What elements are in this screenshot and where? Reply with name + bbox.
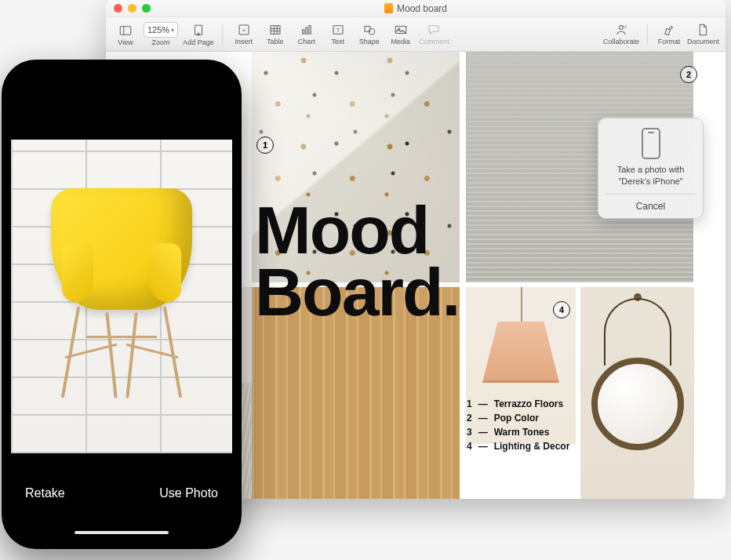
- media-icon: [392, 23, 409, 37]
- document-title: Mood board: [106, 3, 726, 14]
- document-label: Document: [687, 38, 719, 45]
- view-label: View: [118, 38, 133, 46]
- legend-row-3: 3— Warm Tones: [467, 425, 569, 439]
- insert-icon: ＝: [235, 23, 253, 37]
- iphone-screen: Retake Use Photo: [11, 69, 232, 540]
- format-button[interactable]: Format: [656, 23, 682, 45]
- iphone-device: Retake Use Photo: [2, 60, 242, 549]
- collaborate-label: Collaborate: [603, 38, 639, 45]
- use-photo-button[interactable]: Use Photo: [159, 486, 218, 500]
- zoom-label: Zoom: [152, 38, 170, 46]
- marker-1[interactable]: 1: [256, 136, 274, 154]
- chevron-down-icon: ▾: [171, 27, 174, 34]
- shape-label: Shape: [359, 38, 380, 45]
- home-indicator[interactable]: [75, 531, 169, 534]
- comment-label: Comment: [419, 38, 449, 45]
- insert-label: Insert: [235, 38, 253, 45]
- comment-icon: [425, 23, 442, 37]
- media-label: Media: [391, 38, 410, 45]
- legend: 1— Terrazzo Floors 2— Pop Color 3— Warm …: [467, 397, 569, 453]
- legend-row-4: 4— Lighting & Decor: [467, 439, 569, 453]
- add-page-label: Add Page: [183, 38, 214, 46]
- toolbar: View 125% ▾ Zoom Add Page ＝: [106, 17, 726, 52]
- chart-button[interactable]: Chart: [293, 23, 320, 45]
- document-title-text: Mood board: [397, 3, 447, 14]
- camera-viewfinder[interactable]: [11, 140, 232, 453]
- svg-rect-14: [309, 26, 311, 35]
- chart-icon: [298, 23, 315, 37]
- iphone-notch: [67, 69, 176, 88]
- collaborate-icon: [613, 23, 630, 37]
- shape-icon: [361, 23, 378, 37]
- table-label: Table: [267, 38, 284, 45]
- moodboard-image-mirror[interactable]: [580, 287, 694, 499]
- format-label: Format: [658, 38, 681, 45]
- sidebar-icon: [117, 24, 134, 38]
- svg-text:＝: ＝: [241, 27, 247, 34]
- zoom-value: 125%: [147, 25, 169, 35]
- titlebar[interactable]: Mood board: [106, 0, 726, 17]
- add-page-icon: [190, 24, 207, 38]
- media-button[interactable]: Media: [387, 23, 414, 45]
- svg-point-21: [620, 26, 624, 30]
- legend-row-1: 1— Terrazzo Floors: [467, 397, 569, 411]
- camera-bottom-bar: Retake Use Photo: [11, 453, 232, 540]
- legend-label-1: Terrazzo Floors: [494, 397, 563, 411]
- add-page-button[interactable]: Add Page: [183, 24, 214, 46]
- collaborate-button[interactable]: Collaborate: [603, 23, 639, 45]
- view-button[interactable]: View: [112, 24, 139, 46]
- moodboard-title-line1: Mood: [255, 199, 459, 261]
- continuity-camera-popover: Take a photo with "Derek's iPhone" Cance…: [598, 118, 704, 219]
- legend-label-2: Pop Color: [494, 411, 539, 425]
- legend-label-3: Warm Tones: [494, 425, 550, 439]
- text-label: Text: [331, 38, 344, 45]
- document-icon: [384, 3, 393, 13]
- document-pane-icon: [694, 23, 711, 37]
- photo-subject-chair: [43, 173, 200, 408]
- marker-4[interactable]: 4: [553, 301, 570, 318]
- insert-button[interactable]: ＝ Insert: [231, 23, 257, 45]
- table-icon: [267, 23, 284, 37]
- svg-rect-7: [271, 26, 280, 35]
- chart-label: Chart: [298, 38, 315, 45]
- moodboard-title-line2: Board.: [255, 261, 459, 323]
- svg-rect-0: [120, 27, 131, 35]
- svg-text:T: T: [336, 27, 340, 34]
- zoom-control[interactable]: 125% ▾ Zoom: [144, 22, 178, 46]
- comment-button: Comment: [419, 23, 449, 45]
- popover-text: Take a photo with "Derek's iPhone": [605, 164, 696, 187]
- format-icon: [660, 23, 678, 37]
- cancel-button[interactable]: Cancel: [605, 194, 696, 218]
- legend-label-4: Lighting & Decor: [494, 439, 570, 453]
- svg-rect-13: [306, 27, 307, 34]
- marker-2[interactable]: 2: [680, 66, 697, 83]
- svg-rect-12: [302, 30, 304, 34]
- legend-row-2: 2— Pop Color: [467, 411, 569, 425]
- iphone-icon: [642, 128, 660, 159]
- document-button[interactable]: Document: [687, 23, 719, 45]
- table-button[interactable]: Table: [262, 23, 289, 45]
- shape-button[interactable]: Shape: [356, 23, 383, 45]
- text-icon: T: [329, 23, 347, 37]
- moodboard-title[interactable]: Mood Board.: [255, 199, 459, 323]
- retake-button[interactable]: Retake: [25, 486, 65, 500]
- text-button[interactable]: T Text: [325, 23, 351, 45]
